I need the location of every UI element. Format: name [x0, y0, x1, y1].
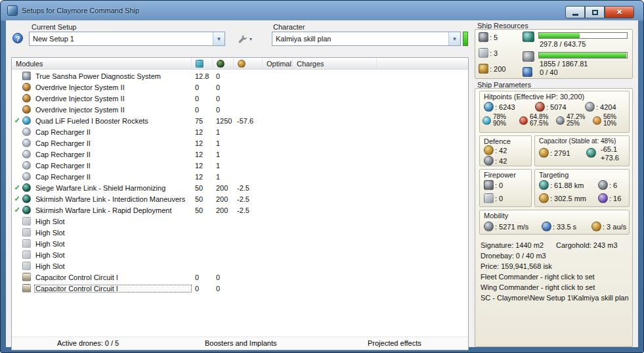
module-row[interactable]: Capacitor Control Circuit I00: [12, 271, 468, 283]
module-row[interactable]: ✓Quad LiF Fueled I Booster Rockets751250…: [12, 115, 468, 126]
module-type-icon: [22, 94, 34, 103]
module-row[interactable]: True Sansha Power Diagnostic System12.80: [12, 70, 468, 82]
thermal-resist-group: 64.8%67.5%: [519, 114, 556, 127]
dronebay-text: Dronebay: 0 / 40 m3: [481, 252, 628, 262]
module-name: High Slot: [34, 229, 192, 237]
module-pg-value: 1: [213, 173, 234, 181]
module-row[interactable]: Overdrive Injector System II00: [12, 82, 468, 93]
minimize-button[interactable]: [565, 6, 585, 18]
wrench-icon: [238, 34, 247, 44]
capacitor-column-header[interactable]: [234, 58, 263, 69]
module-row[interactable]: Cap Recharger II121: [12, 126, 468, 137]
module-row[interactable]: Capacitor Control Circuit I00: [12, 283, 468, 294]
powergrid-column-header[interactable]: [213, 58, 234, 69]
turret-hardpoints-value: : 5: [490, 34, 498, 41]
module-name: Overdrive Injector System II: [34, 95, 192, 103]
module-row[interactable]: ✓Siege Warfare Link - Shield Harmonizing…: [12, 182, 468, 193]
setup-combobox[interactable]: New Setup 1 ▼: [29, 32, 225, 46]
module-cpu-value: 12: [192, 151, 213, 158]
module-type-icon: [22, 150, 34, 158]
hull-hp-value: : 4204: [596, 103, 616, 111]
max-velocity-value: : 5271 m/s: [495, 223, 528, 231]
wing-commander-text[interactable]: Wing Commander - right click to set: [481, 283, 628, 294]
capacitor-flux-icon: [586, 148, 596, 158]
modules-panel: Modules Optimal Charges True Sansha Powe…: [11, 57, 469, 350]
armor-hp-value: : 5074: [546, 103, 567, 111]
module-row[interactable]: Overdrive Injector System II00: [12, 104, 468, 115]
module-name: Cap Recharger II: [34, 151, 192, 158]
bottom-tab-1[interactable]: Boosters and Implants: [205, 339, 276, 347]
launcher-hardpoints-icon: [479, 48, 488, 58]
module-row[interactable]: High Slot: [12, 227, 468, 238]
module-type-icon: [22, 72, 34, 80]
module-row[interactable]: ✓Skirmish Warfare Link - Rapid Deploymen…: [12, 204, 468, 216]
powergrid-icon: [523, 51, 534, 62]
charges-column-header[interactable]: Charges: [293, 58, 377, 69]
hitpoints-title: Hitpoints (Effective HP: 30,200): [484, 93, 584, 101]
window-controls: ✕: [565, 6, 634, 18]
module-row[interactable]: ✓Skirmish Warfare Link - Interdiction Ma…: [12, 193, 468, 204]
max-targets-icon: [598, 180, 608, 190]
shield-hp-icon: [484, 102, 494, 112]
module-row[interactable]: Overdrive Injector System II00: [12, 93, 468, 104]
module-name: Capacitor Control Circuit I: [34, 273, 192, 281]
module-cpu-value: 50: [192, 206, 213, 214]
setup-tools-button[interactable]: ▾: [230, 32, 259, 46]
maximize-button[interactable]: [585, 6, 605, 18]
setup-dropdown-arrow-icon[interactable]: ▼: [213, 32, 225, 45]
module-row[interactable]: High Slot: [12, 216, 468, 227]
targeting-range-icon: [539, 180, 549, 190]
signature-text: Signature: 1440 m2: [481, 241, 544, 249]
header-filler: [377, 58, 468, 69]
module-cap-value: -2.5: [234, 184, 263, 192]
cpu-usage-text: 297.8 / 643.75: [540, 40, 586, 48]
module-cap-value: -2.5: [234, 195, 263, 203]
module-row[interactable]: High Slot: [12, 260, 468, 271]
bottom-tab-2[interactable]: Projected effects: [368, 339, 421, 347]
shield-hp-value: : 6243: [495, 103, 515, 111]
module-pg-value: 0: [213, 273, 234, 281]
module-pg-value: 1: [213, 128, 234, 136]
module-name: Skirmish Warfare Link - Interdiction Man…: [34, 195, 192, 203]
thermal-resist-icon: [519, 116, 528, 125]
mobility-title: Mobility: [484, 212, 508, 220]
armor-resist-value: 90%: [493, 120, 506, 127]
module-type-icon: [22, 116, 34, 125]
modules-column-header[interactable]: Modules: [12, 58, 192, 69]
optimal-column-header[interactable]: Optimal: [263, 58, 293, 69]
close-button[interactable]: ✕: [605, 6, 634, 18]
capacitor-drain-value: -65.1: [601, 145, 617, 153]
title-bar[interactable]: Setups for Claymore Command Ship ✕: [1, 1, 643, 20]
module-type-icon: [22, 139, 34, 147]
sensor-strength-icon: [598, 193, 608, 203]
fleet-commander-text[interactable]: Fleet Commander - right click to set: [481, 273, 628, 283]
module-pg-value: 1: [213, 151, 234, 158]
targeting-range-value: : 61.88 km: [550, 181, 584, 189]
ammo-icon: [479, 64, 488, 74]
module-row[interactable]: High Slot: [12, 249, 468, 260]
module-cpu-value: 0: [192, 106, 213, 114]
module-row[interactable]: Cap Recharger II121: [12, 149, 468, 160]
module-pg-value: 200: [213, 206, 234, 214]
module-type-icon: [22, 161, 34, 170]
bottom-tab-0[interactable]: Active drones: 0 / 5: [57, 339, 119, 347]
current-setup-label: Current Setup: [32, 23, 76, 31]
help-icon[interactable]: ?: [12, 33, 23, 43]
module-row[interactable]: Cap Recharger II121: [12, 160, 468, 171]
module-row[interactable]: Cap Recharger II121: [12, 171, 468, 182]
max-targets-value: : 6: [609, 181, 617, 189]
character-dropdown-arrow-icon[interactable]: ▼: [448, 32, 460, 45]
module-row[interactable]: High Slot: [12, 238, 468, 249]
kinetic-resist-icon: [556, 116, 565, 125]
targeting-title: Targeting: [539, 171, 569, 179]
defence-title: Defence: [484, 137, 511, 145]
cpu-column-header[interactable]: [192, 58, 213, 69]
warp-speed-value: : 3 au/s: [603, 223, 626, 231]
module-cpu-value: 50: [192, 195, 213, 203]
modules-header: Modules Optimal Charges: [12, 58, 468, 70]
active-check-icon: ✓: [12, 206, 22, 214]
module-row[interactable]: Cap Recharger II121: [12, 137, 468, 149]
character-combobox[interactable]: Kalmiya skill plan ▼: [272, 32, 461, 46]
ammo-value: : 200: [490, 65, 505, 73]
module-name: High Slot: [34, 218, 192, 225]
